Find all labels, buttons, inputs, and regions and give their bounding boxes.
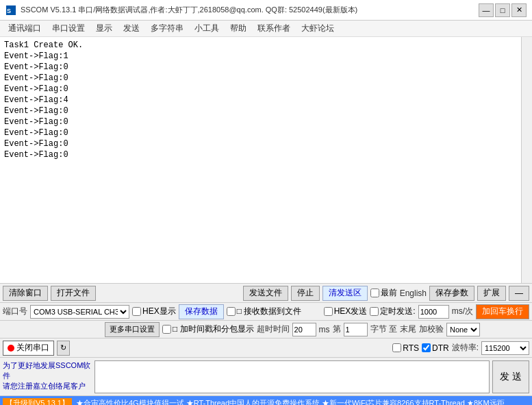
save-data-button[interactable]: 保存数据 [179,304,224,319]
title-text: SSCOM V5.13.1 串口/网络数据调试器,作者:大虾丁丁,2618058… [21,5,357,15]
hex-display-label: HEX显示 [142,306,176,317]
save-param-button[interactable]: 保存参数 [429,286,474,301]
svg-text:S: S [7,8,11,14]
red-dot-icon [8,345,14,352]
output-line: Event->Flag:0 [4,84,528,95]
scrollbar[interactable] [521,37,532,283]
settings-row-2: 更多串口设置 □ 加时间戳和分包显示 超时时间 ms 第 字节 至 末尾 加校验… [0,321,532,339]
always-on-top-label: 最前 [381,287,397,299]
menu-item-forum[interactable]: 大虾论坛 [296,21,340,36]
recv-to-file-input[interactable] [227,307,236,316]
send-button[interactable]: 发 送 [492,360,529,393]
menu-item-display[interactable]: 显示 [90,21,118,36]
checksum-select[interactable]: None [446,323,480,336]
always-on-top-checkbox[interactable]: 最前 [370,287,397,299]
hex-send-checkbox[interactable]: HEX发送 [324,306,368,317]
rts-input[interactable] [392,343,401,352]
dtr-checkbox[interactable]: DTR [422,343,449,353]
port-select[interactable]: COM3 USB-SERIAL CH340 [30,305,129,319]
title-controls: — □ ✕ [479,3,527,17]
page-input[interactable] [344,323,368,336]
output-line: Event->Flag:1 [4,51,528,62]
byte-label: 字节 至 [370,323,397,335]
menu-item-help[interactable]: 帮助 [225,21,252,36]
timed-send-input[interactable] [370,307,379,316]
recv-to-file-label: □ 接收数据到文件 [237,306,302,317]
english-label: English [400,289,427,298]
hex-display-checkbox[interactable]: HEX显示 [132,306,176,317]
output-line: Event->Flag:0 [4,62,528,73]
checksum-label: 加校验 [419,323,444,335]
clear-send-button[interactable]: 清发送区 [322,286,368,301]
port-row: 关闭串口 ↻ RTS DTR 波特率: 115200 [0,339,532,358]
port-label: 端口号 [3,306,27,317]
output-line: Event->Flag:0 [4,149,528,160]
clear-window-button[interactable]: 清除窗口 [3,286,48,301]
send-area: 为了更好地发展SSCOM软件 请您注册嘉立创络尾客户 发 送 [0,358,532,396]
rts-label: RTS [403,343,419,353]
add-crlf-button[interactable]: 加回车换行 [476,304,529,319]
hex-display-input[interactable] [132,307,141,316]
hex-send-input[interactable] [324,307,333,316]
settings-row-1: 端口号 COM3 USB-SERIAL CH340 HEX显示 保存数据 □ 接… [0,303,532,321]
dtr-input[interactable] [422,343,431,352]
promote-line1: 为了更好地发展SSCOM软件 [3,360,92,381]
timed-send-label: 定时发送: [380,306,415,317]
output-line: Event->Flag:0 [4,116,528,127]
baud-label: 波特率: [452,342,479,354]
maximize-button[interactable]: □ [495,3,510,17]
app-icon: S [5,5,16,16]
hex-send-label: HEX发送 [334,306,368,317]
title-bar: S SSCOM V5.13.1 串口/网络数据调试器,作者:大虾丁丁,26180… [0,0,532,21]
interval-input[interactable] [418,305,449,319]
news-bar: 【升级到V5.13.1】 ★合宙高性价比4G模块值得一试 ★RT-Thread中… [0,396,532,405]
output-line: Event->Flag:4 [4,95,528,106]
output-area: Task1 Create OK.Event->Flag:1Event->Flag… [0,37,532,284]
title-bar-left: S SSCOM V5.13.1 串口/网络数据调试器,作者:大虾丁丁,26180… [5,5,357,16]
rts-checkbox[interactable]: RTS [392,343,419,353]
expand-button[interactable]: 扩展 [477,286,506,301]
promote-text: 为了更好地发展SSCOM软件 请您注册嘉立创络尾客户 [3,360,92,391]
open-file-button[interactable]: 打开文件 [51,286,96,301]
output-line: Event->Flag:0 [4,106,528,116]
stop-button[interactable]: 停止 [291,286,320,301]
send-input[interactable] [94,360,490,393]
menu-item-send[interactable]: 发送 [118,21,145,36]
output-line: Event->Flag:0 [4,138,528,149]
close-button[interactable]: ✕ [511,3,527,17]
refresh-button[interactable]: ↻ [57,341,70,356]
menu-item-contact[interactable]: 联系作者 [252,21,296,36]
send-file-button[interactable]: 发送文件 [243,286,288,301]
close-port-label: 关闭串口 [16,342,49,354]
menu-item-multistring[interactable]: 多字符串 [145,21,189,36]
close-port-button[interactable]: 关闭串口 [3,341,54,356]
output-line: Event->Flag:0 [4,73,528,84]
end-label: 末尾 [400,323,416,335]
recv-to-file-checkbox[interactable]: □ 接收数据到文件 [227,306,302,317]
minimize-button[interactable]: — [479,3,494,17]
timestamp-input[interactable] [162,325,171,334]
menu-bar: 通讯端口 串口设置 显示 发送 多字符串 小工具 帮助 联系作者 大虾论坛 [0,21,532,37]
timeout-label: 超时时间 [257,323,290,335]
news-label: 【升级到V5.13.1】 [3,398,72,406]
output-line: Event->Flag:0 [4,127,528,138]
timeout-unit: ms [319,325,330,334]
menu-item-tools[interactable]: 小工具 [189,21,225,36]
output-line: Task1 Create OK. [4,40,528,51]
menu-item-comm[interactable]: 通讯端口 [3,21,47,36]
more-ports-button[interactable]: 更多串口设置 [105,322,160,337]
toolbar-row-1: 清除窗口 打开文件 发送文件 停止 清发送区 最前 English 保存参数 扩… [0,284,532,303]
collapse-button[interactable]: — [509,286,529,301]
interval-unit: ms/次 [452,306,473,317]
promote-line2: 请您注册嘉立创络尾客户 [3,381,92,391]
timed-send-checkbox[interactable]: 定时发送: [370,306,415,317]
timestamp-label: □ 加时间戳和分包显示 [173,323,254,335]
always-on-top-input[interactable] [370,289,379,297]
menu-item-serial-settings[interactable]: 串口设置 [47,21,90,36]
dtr-label: DTR [432,343,449,353]
baud-select[interactable]: 115200 [481,341,529,355]
page-label: 第 [333,323,341,335]
news-text: ★合宙高性价比4G模块值得一试 ★RT-Thread中国人的开源免费操作系统 ★… [76,398,505,406]
timeout-input[interactable] [292,323,316,336]
timestamp-checkbox[interactable]: □ 加时间戳和分包显示 [162,323,254,335]
